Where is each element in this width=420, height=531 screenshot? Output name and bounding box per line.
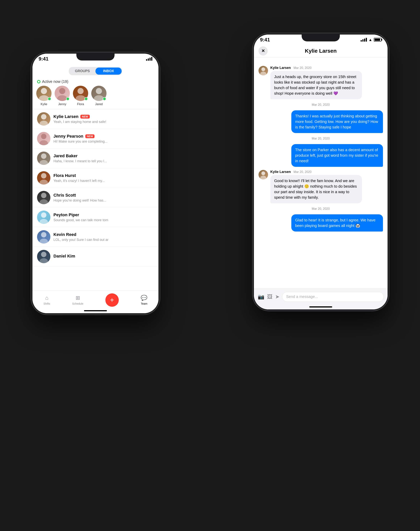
new-badge-jenny: NEW [85, 134, 95, 138]
svg-point-3 [57, 95, 67, 101]
left-phone-screen: 9:41 GROUPS INBOX [32, 54, 158, 313]
msg-preview-peyton: Sounds good, we can talk more tom [53, 218, 154, 222]
avatar-item-jared[interactable]: Jared [91, 86, 106, 106]
nav-item-shifts[interactable]: ⌂ Shifts [44, 295, 50, 305]
online-indicator-jared [103, 97, 106, 101]
svg-point-5 [75, 95, 86, 101]
send-location-icon[interactable]: ➤ [275, 294, 280, 300]
msg-avatar-kylie [37, 112, 50, 126]
msg-preview-chris: Hope you're doing well! How has... [53, 198, 154, 203]
list-item[interactable]: Jared Baker Haha, I know. I meant to tel… [32, 148, 158, 168]
online-indicator-kylie [48, 97, 51, 101]
nav-label-team: Team [141, 302, 147, 305]
avatar-item-flora[interactable]: Flora [73, 86, 88, 106]
add-button[interactable]: + [105, 293, 119, 307]
svg-point-21 [40, 239, 48, 244]
list-item[interactable]: Flora Hurst Yeah, it's crazy! I haven't … [32, 168, 158, 188]
message-outgoing-3: Glad to hear! It is strange, but I agree… [258, 214, 383, 232]
tab-container: GROUPS INBOX [69, 67, 122, 75]
list-item[interactable]: Kevin Reed LOL, only you! Sure I can fin… [32, 227, 158, 247]
camera-icon[interactable]: 📷 [258, 294, 264, 300]
svg-point-17 [40, 199, 48, 204]
nav-item-add[interactable]: + [105, 293, 119, 307]
sender-name-2: Kylie Larsen [270, 170, 291, 174]
svg-point-25 [260, 72, 266, 75]
active-now-section: Active now (19) [32, 77, 158, 86]
svg-point-0 [41, 88, 47, 94]
msg-info-chris: Chris Scott Hope you're doing well! How … [53, 193, 154, 203]
msg-info-jared: Jared Baker Haha, I know. I meant to tel… [53, 153, 154, 163]
avatar-name-flora: Flora [77, 103, 84, 106]
bubble-4: Good to know!! I'll let the fam know. An… [270, 175, 362, 203]
nav-item-schedule[interactable]: ⊞ Schedule [72, 295, 83, 305]
signal-icon [146, 57, 152, 61]
svg-point-27 [260, 176, 266, 179]
status-icons-left [146, 57, 152, 61]
online-indicator-flora [84, 97, 88, 101]
svg-point-14 [41, 173, 46, 178]
close-button[interactable]: ✕ [258, 46, 268, 56]
avatar-item-kylie[interactable]: Kylie [36, 86, 52, 106]
list-item[interactable]: Jenny Pearson NEW Hi! Make sure you are … [32, 129, 158, 148]
notch-right [302, 35, 340, 41]
message-incoming-1: Kylie Larsen Mar 20, 2020 Just a heads u… [258, 66, 383, 99]
msg-preview-jenny: Hi! Make sure you are completing... [53, 140, 154, 144]
svg-point-15 [40, 180, 48, 185]
image-icon[interactable]: 🖼 [267, 294, 272, 300]
bubble-1: Just a heads up, the grocery store on 15… [270, 71, 362, 99]
msg-avatar-jared [37, 151, 50, 165]
nav-label-schedule: Schedule [72, 302, 83, 305]
nav-label-shifts: Shifts [44, 302, 50, 305]
signal-icon-right [361, 38, 367, 42]
right-content: ✕ Kylie Larsen Kyl [254, 45, 388, 310]
message-incoming-2: Kylie Larsen Mar 20, 2020 Good to know!!… [258, 170, 383, 203]
svg-point-20 [41, 232, 46, 237]
home-indicator-left [84, 310, 107, 311]
msg-info-daniel: Daniel Kim [53, 254, 154, 259]
msg-preview-kylie: Yeah, I am staying home and safe! [53, 120, 154, 124]
msg-name-jared: Jared Baker [53, 153, 77, 158]
msg-name-flora: Flora Hurst [53, 173, 76, 178]
timestamp-4: Mar 20, 2020 [258, 207, 383, 210]
tab-groups[interactable]: GROUPS [69, 68, 95, 75]
battery-icon [374, 38, 381, 42]
svg-point-9 [40, 121, 48, 126]
shifts-icon: ⌂ [45, 295, 48, 301]
tab-inbox[interactable]: INBOX [95, 68, 122, 75]
list-item[interactable]: Chris Scott Hope you're doing well! How … [32, 188, 158, 207]
list-item[interactable]: Kylie Larsen NEW Yeah, I am staying home… [32, 109, 158, 129]
nav-item-team[interactable]: 💬 Team [141, 295, 147, 305]
chat-avatar-kylie-2 [258, 170, 268, 179]
svg-point-11 [40, 140, 48, 145]
msg-avatar-jenny [37, 132, 50, 145]
timestamp-3: Mar 20, 2020 [258, 137, 383, 140]
msg-content-1: Kylie Larsen Mar 20, 2020 Just a heads u… [270, 66, 362, 99]
avatar-row: Kylie Jenny [32, 86, 158, 109]
svg-point-12 [41, 153, 46, 159]
msg-info-kevin: Kevin Reed LOL, only you! Sure I can fin… [53, 232, 154, 242]
svg-point-6 [96, 88, 102, 94]
avatar-name-kylie: Kylie [41, 103, 47, 106]
schedule-icon: ⊞ [75, 295, 80, 301]
input-placeholder: Send a message... [286, 295, 318, 299]
sender-row-2: Kylie Larsen Mar 20, 2020 Good to know!!… [258, 170, 362, 203]
avatar-item-jenny[interactable]: Jenny [55, 86, 70, 106]
svg-point-4 [77, 88, 84, 94]
msg-name-daniel: Daniel Kim [53, 254, 75, 259]
msg-info-flora: Flora Hurst Yeah, it's crazy! I haven't … [53, 173, 154, 183]
msg-name-kylie: Kylie Larsen [53, 114, 78, 119]
bubble-3: The store on Parker also has a decent am… [291, 144, 383, 167]
message-input[interactable]: Send a message... [282, 292, 384, 302]
msg-time-2: Mar 20, 2020 [294, 170, 312, 174]
list-item[interactable]: Daniel Kim [32, 247, 158, 266]
svg-point-22 [41, 252, 46, 257]
msg-avatar-chris [37, 191, 50, 204]
list-item[interactable]: Peyton Piper Sounds good, we can talk mo… [32, 207, 158, 227]
time-left: 9:41 [39, 56, 48, 62]
svg-point-10 [41, 134, 46, 139]
sender-row-1: Kylie Larsen Mar 20, 2020 Just a heads u… [258, 66, 362, 99]
scene: 9:41 GROUPS INBOX [19, 17, 401, 514]
notch-left [76, 54, 115, 60]
bubble-2: Thanks! I was actually just thinking abo… [291, 110, 383, 133]
msg-avatar-flora [37, 171, 50, 185]
